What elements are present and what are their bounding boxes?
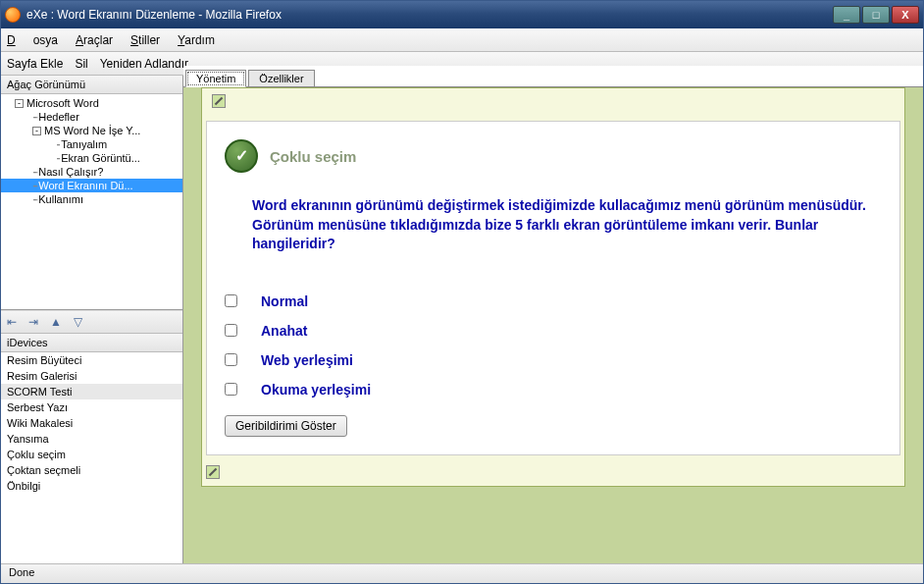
maximize-button[interactable]: □	[862, 6, 890, 24]
question-text: Word ekranının görünümü değiştirmek iste…	[252, 196, 882, 254]
option-label: Web yerleşimi	[261, 352, 353, 368]
option-checkbox[interactable]	[225, 294, 237, 307]
close-button[interactable]: X	[892, 6, 919, 24]
question-block: Çoklu seçim Word ekranının görünümü deği…	[206, 121, 900, 455]
tree-header: Ağaç Görünümü	[1, 76, 182, 94]
tree-node[interactable]: -MS Word Ne İşe Y...	[1, 124, 182, 137]
idevice-item[interactable]: Çoktan seçmeli	[1, 462, 182, 478]
left-panel: Ağaç Görünümü -Microsoft Word ····Hedefl…	[1, 76, 183, 563]
idevice-item[interactable]: Yansıma	[1, 431, 182, 447]
section-title: Çoklu seçim	[270, 148, 356, 165]
option-label: Okuma yerleşimi	[261, 382, 371, 398]
option-row: Okuma yerleşimi	[225, 382, 882, 398]
option-label: Normal	[261, 293, 308, 309]
window-title: eXe : Word Ekranını Düzenleme - Mozilla …	[26, 8, 831, 22]
multichoice-icon	[225, 139, 258, 173]
idevice-item-selected[interactable]: SCORM Testi	[1, 384, 182, 399]
tab-properties[interactable]: Özellikler	[248, 70, 314, 86]
outline-tree[interactable]: -Microsoft Word ····Hedefler -MS Word Ne…	[1, 94, 182, 310]
tool-rename[interactable]: Yeniden Adlandır	[100, 57, 188, 71]
demote-icon[interactable]: ⇥	[28, 315, 38, 329]
menu-file[interactable]: Dosya	[7, 33, 58, 47]
option-checkbox[interactable]	[225, 324, 237, 337]
show-feedback-button[interactable]: Geribildirimi Göster	[225, 415, 347, 437]
tree-node[interactable]: ····Nasıl Çalışır?	[1, 165, 182, 179]
tab-authoring[interactable]: Yönetim	[185, 70, 246, 87]
tab-bar: Yönetim Özellikler	[183, 66, 923, 87]
menu-help[interactable]: Yardım	[178, 33, 215, 47]
option-row: Web yerleşimi	[225, 352, 882, 368]
menu-styles[interactable]: Stiller	[130, 33, 160, 47]
tree-node[interactable]: -Microsoft Word	[1, 96, 182, 110]
window-titlebar: eXe : Word Ekranını Düzenleme - Mozilla …	[1, 1, 923, 28]
firefox-icon	[5, 7, 21, 23]
minimize-button[interactable]: _	[833, 6, 860, 24]
right-panel: Yönetim Özellikler Çoklu seçim Word ekra…	[183, 76, 923, 563]
tree-node[interactable]: ····Hedefler	[1, 110, 182, 124]
tool-delete[interactable]: Sil	[75, 57, 87, 71]
idevice-item[interactable]: Serbest Yazı	[1, 399, 182, 415]
option-checkbox[interactable]	[225, 383, 237, 396]
option-row: Normal	[225, 293, 882, 309]
tree-node[interactable]: ···Tanıyalım	[1, 137, 182, 151]
tree-tools: ⇤ ⇥ ▲ ▽	[1, 310, 182, 334]
idevices-list[interactable]: Resim Büyüteci Resim Galerisi SCORM Test…	[1, 352, 182, 563]
tool-add-page[interactable]: Sayfa Ekle	[7, 57, 63, 71]
statusbar: Done	[1, 563, 923, 583]
tree-node[interactable]: ···Ekran Görüntü...	[1, 151, 182, 165]
idevice-item[interactable]: Wiki Makalesi	[1, 415, 182, 431]
edit-icon[interactable]	[206, 465, 220, 479]
collapse-icon[interactable]: -	[32, 127, 41, 135]
option-row: Anahat	[225, 323, 882, 339]
menu-tools[interactable]: Araçlar	[76, 33, 113, 47]
menubar: Dosya Araçlar Stiller Yardım	[1, 28, 923, 52]
content-area[interactable]: Çoklu seçim Word ekranının görünümü deği…	[183, 87, 923, 563]
idevice-item[interactable]: Resim Galerisi	[1, 368, 182, 384]
move-down-icon[interactable]: ▽	[74, 315, 82, 329]
collapse-icon[interactable]: -	[15, 99, 24, 108]
options-list: Normal Anahat Web yerleşimi Okuma y	[225, 293, 882, 398]
idevices-header: iDevices	[1, 334, 182, 352]
tree-node[interactable]: ····Kullanımı	[1, 192, 182, 206]
idevice-item[interactable]: Önbilgi	[1, 478, 182, 494]
option-checkbox[interactable]	[225, 353, 237, 366]
status-text: Done	[9, 566, 34, 578]
idevice-item[interactable]: Resim Büyüteci	[1, 352, 182, 368]
promote-icon[interactable]: ⇤	[7, 315, 17, 329]
idevice-item[interactable]: Çoklu seçim	[1, 447, 182, 462]
edit-icon[interactable]	[212, 94, 226, 108]
idevice-block: Çoklu seçim Word ekranının görünümü deği…	[201, 87, 905, 487]
move-up-icon[interactable]: ▲	[50, 315, 62, 329]
option-label: Anahat	[261, 323, 307, 339]
tree-node-selected[interactable]: ····Word Ekranını Dü...	[1, 179, 182, 192]
